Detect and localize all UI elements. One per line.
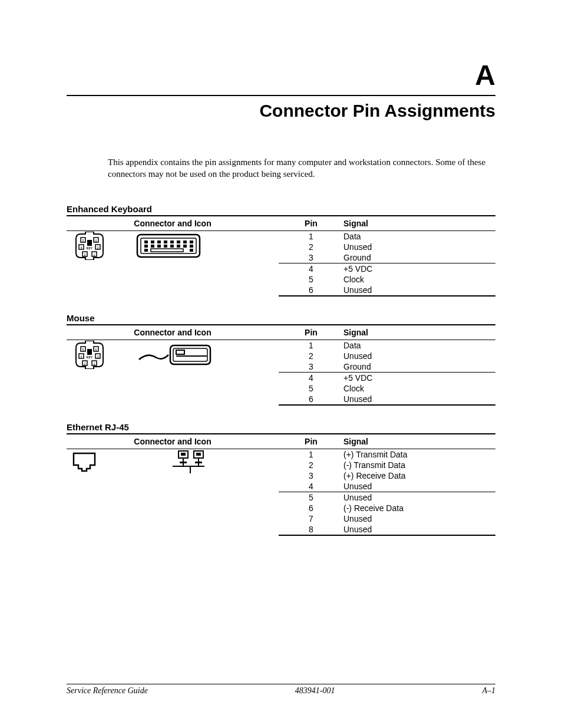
- keyboard-icon: [136, 233, 201, 258]
- section-title-mouse: Mouse: [67, 313, 495, 323]
- keyboard-pin-table: Connector and Icon Pin Signal 5 6 4 3 KE…: [67, 215, 495, 297]
- section-title-keyboard: Enhanced Keyboard: [67, 204, 495, 214]
- ethernet-connector-icon-cell: [67, 449, 279, 535]
- table-cell: 1: [279, 449, 343, 460]
- footer-right: A–1: [482, 686, 495, 696]
- svg-rect-34: [190, 249, 193, 252]
- table-cell: Unused: [343, 481, 495, 492]
- table-cell: (-) Receive Data: [343, 503, 495, 513]
- svg-rect-33: [151, 249, 183, 252]
- svg-text:3: 3: [97, 246, 99, 249]
- table-cell: 4: [279, 372, 343, 383]
- svg-text:5: 5: [82, 348, 84, 351]
- table-cell: Unused: [343, 524, 495, 535]
- svg-rect-51: [176, 350, 184, 354]
- table-cell: (+) Transmit Data: [343, 449, 495, 460]
- keyboard-connector-icon-cell: 5 6 4 3 KEY 2 1: [67, 230, 279, 296]
- svg-rect-28: [170, 245, 174, 248]
- svg-rect-18: [157, 241, 161, 243]
- table-cell: Unused: [343, 513, 495, 524]
- table-cell: 3: [279, 252, 343, 263]
- mouse-icon: [136, 343, 213, 367]
- table-cell: 8: [279, 524, 343, 535]
- svg-rect-32: [144, 249, 148, 252]
- table-cell: 4: [279, 263, 343, 274]
- svg-rect-59: [180, 462, 187, 463]
- svg-rect-19: [164, 241, 167, 243]
- section-title-ethernet: Ethernet RJ-45: [67, 422, 495, 432]
- table-cell: Unused: [343, 492, 495, 503]
- svg-text:4: 4: [81, 355, 82, 358]
- svg-text:1: 1: [94, 253, 95, 256]
- svg-text:5: 5: [82, 239, 84, 242]
- svg-text:KEY: KEY: [87, 246, 93, 250]
- table-cell: Unused: [343, 351, 495, 361]
- appendix-letter: A: [67, 59, 495, 91]
- col-header-pin: Pin: [279, 325, 343, 340]
- col-header-signal: Signal: [343, 216, 495, 231]
- col-header-pin: Pin: [279, 434, 343, 449]
- table-cell: 2: [279, 351, 343, 361]
- col-header-signal: Signal: [343, 325, 495, 340]
- ps2-connector-icon: 5 6 4 3 KEY 2 1: [72, 232, 107, 260]
- svg-rect-29: [177, 245, 180, 248]
- chapter-title: Connector Pin Assignments: [67, 101, 495, 121]
- col-header-connector: Connector and Icon: [67, 216, 279, 231]
- svg-text:KEY: KEY: [87, 355, 93, 359]
- svg-rect-22: [183, 241, 187, 243]
- svg-rect-15: [141, 238, 196, 253]
- table-cell: 6: [279, 285, 343, 296]
- svg-rect-23: [190, 241, 193, 243]
- table-cell: Unused: [343, 242, 495, 252]
- svg-rect-27: [164, 245, 167, 248]
- footer-rule: [67, 684, 495, 684]
- mouse-pin-table: Connector and Icon Pin Signal 5 6 4 3 KE…: [67, 324, 495, 406]
- svg-text:4: 4: [81, 246, 82, 249]
- footer-center: 483941-001: [295, 686, 335, 696]
- svg-rect-56: [196, 453, 201, 456]
- svg-rect-25: [151, 245, 154, 248]
- table-cell: Data: [343, 230, 495, 242]
- rj45-connector-icon: [72, 452, 96, 472]
- table-cell: +5 VDC: [343, 372, 495, 383]
- svg-rect-24: [144, 245, 148, 248]
- svg-rect-26: [157, 245, 161, 248]
- svg-rect-31: [190, 245, 193, 248]
- table-cell: 2: [279, 460, 343, 470]
- svg-rect-30: [183, 245, 187, 248]
- table-cell: 4: [279, 481, 343, 492]
- table-cell: 7: [279, 513, 343, 524]
- table-cell: Ground: [343, 361, 495, 373]
- col-header-pin: Pin: [279, 216, 343, 231]
- table-cell: 1: [279, 340, 343, 351]
- table-cell: 5: [279, 492, 343, 503]
- table-cell: Unused: [343, 394, 495, 405]
- table-cell: Clock: [343, 383, 495, 394]
- page-footer: Service Reference Guide 483941-001 A–1: [67, 684, 495, 696]
- svg-text:2: 2: [84, 362, 86, 365]
- svg-rect-4: [87, 240, 92, 246]
- table-cell: (+) Receive Data: [343, 470, 495, 481]
- title-rule: [67, 95, 495, 96]
- table-cell: 3: [279, 470, 343, 481]
- table-cell: 6: [279, 394, 343, 405]
- col-header-signal: Signal: [343, 434, 495, 449]
- table-cell: 5: [279, 383, 343, 394]
- ps2-connector-icon: 5 6 4 3 KEY 2 1: [72, 341, 107, 369]
- col-header-connector: Connector and Icon: [67, 434, 279, 449]
- intro-paragraph: This appendix contains the pin assignmen…: [108, 156, 495, 180]
- table-cell: 6: [279, 503, 343, 513]
- table-cell: +5 VDC: [343, 263, 495, 274]
- svg-text:1: 1: [94, 362, 95, 365]
- footer-left: Service Reference Guide: [67, 686, 148, 696]
- table-cell: (-) Transmit Data: [343, 460, 495, 470]
- svg-text:6: 6: [95, 348, 97, 351]
- svg-text:3: 3: [97, 355, 99, 358]
- network-icon: [167, 450, 210, 475]
- table-cell: Clock: [343, 274, 495, 285]
- table-cell: 5: [279, 274, 343, 285]
- table-cell: Data: [343, 340, 495, 351]
- col-header-connector: Connector and Icon: [67, 325, 279, 340]
- svg-rect-20: [170, 241, 174, 243]
- svg-rect-16: [144, 241, 148, 243]
